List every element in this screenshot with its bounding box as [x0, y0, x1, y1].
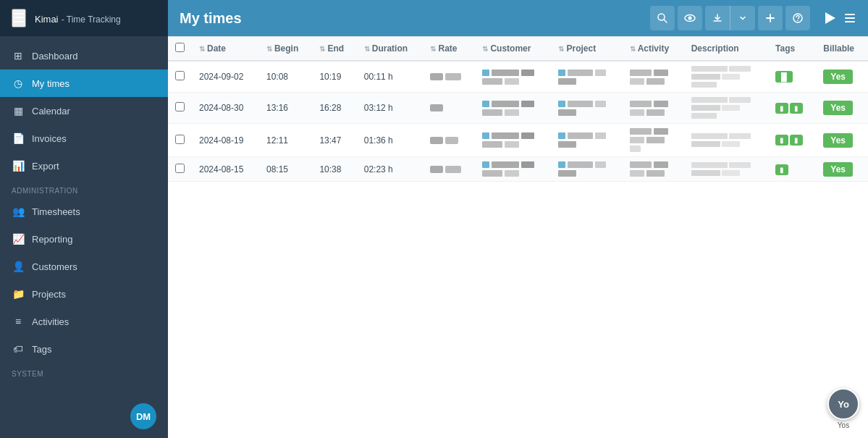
sidebar-item-timesheets[interactable]: 👥 Timesheets — [0, 198, 168, 225]
sort-icon-duration: ⇅ — [364, 45, 370, 53]
logo-subtitle: - Time Tracking — [62, 14, 121, 25]
activities-icon: ≡ — [12, 315, 25, 328]
billable-badge: Yes — [823, 101, 853, 115]
table-body: 2024-09-02 10:08 10:19 00:11 h — [168, 61, 868, 182]
sidebar-item-customers[interactable]: 👤 Customers — [0, 253, 168, 280]
cell-begin: 13:16 — [259, 93, 312, 124]
cell-billable: Yes — [816, 93, 868, 124]
corner-avatar[interactable]: Yo — [827, 388, 859, 420]
row-checkbox-cell[interactable] — [168, 61, 192, 93]
col-customer[interactable]: ⇅Customer — [475, 37, 551, 62]
sidebar-item-label-timesheets: Timesheets — [32, 206, 80, 217]
tag-badge: ▮ — [775, 103, 788, 114]
visibility-button[interactable] — [678, 6, 702, 30]
cell-tags: ▮ ▮ — [768, 93, 816, 124]
sidebar-item-calendar[interactable]: ▦ Calendar — [0, 97, 168, 125]
cell-rate — [423, 157, 475, 182]
row-checkbox[interactable] — [175, 164, 185, 173]
tag-badge: ▮ — [775, 164, 788, 175]
table-row: 2024-08-15 08:15 10:38 02:23 h — [168, 157, 868, 182]
add-button[interactable] — [758, 6, 783, 30]
download-dropdown-button[interactable] — [730, 6, 755, 30]
cell-project — [551, 124, 622, 157]
sidebar: ☰ Kimai - Time Tracking ⊞ Dashboard ◷ My… — [0, 0, 168, 438]
row-checkbox-cell[interactable] — [168, 93, 192, 124]
dashboard-icon: ⊞ — [12, 49, 25, 62]
reporting-icon: 📈 — [12, 232, 25, 245]
help-icon — [793, 13, 803, 23]
cell-rate — [423, 124, 475, 157]
sidebar-item-reporting[interactable]: 📈 Reporting — [0, 225, 168, 253]
cell-date: 2024-09-02 — [192, 61, 259, 93]
sidebar-nav: ⊞ Dashboard ◷ My times ▦ Calendar 📄 Invo… — [0, 36, 168, 395]
customers-icon: 👤 — [12, 260, 25, 273]
sidebar-item-activities[interactable]: ≡ Activities — [0, 308, 168, 335]
col-project[interactable]: ⇅Project — [551, 37, 622, 62]
row-checkbox[interactable] — [175, 71, 185, 80]
sidebar-header: ☰ Kimai - Time Tracking — [0, 0, 168, 36]
select-all-checkbox[interactable] — [175, 43, 185, 52]
svg-rect-8 — [845, 17, 855, 19]
search-button[interactable] — [650, 6, 675, 30]
row-checkbox[interactable] — [175, 102, 185, 111]
col-activity[interactable]: ⇅Activity — [623, 37, 684, 62]
select-all-header[interactable] — [168, 37, 192, 62]
sort-icon-activity: ⇅ — [630, 45, 636, 53]
sidebar-item-invoices[interactable]: 📄 Invoices — [0, 125, 168, 152]
row-checkbox[interactable] — [175, 135, 185, 144]
col-begin[interactable]: ⇅Begin — [259, 37, 312, 62]
list-button[interactable] — [843, 12, 856, 25]
cell-billable: Yes — [816, 157, 868, 182]
col-billable: Billable — [816, 37, 868, 62]
billable-badge: Yes — [823, 70, 853, 84]
sidebar-item-label-calendar: Calendar — [32, 106, 70, 117]
cell-billable: Yes — [816, 61, 868, 93]
table-row: 2024-08-30 13:16 16:28 03:12 h — [168, 93, 868, 124]
topbar: My times — [168, 0, 868, 36]
sidebar-item-dashboard[interactable]: ⊞ Dashboard — [0, 42, 168, 70]
svg-line-1 — [664, 20, 667, 22]
admin-section-label: Administration — [0, 180, 168, 198]
row-checkbox-cell[interactable] — [168, 124, 192, 157]
system-section-label: System — [0, 363, 168, 381]
cell-duration: 02:23 h — [357, 157, 424, 182]
sort-icon-begin: ⇅ — [266, 45, 272, 53]
sidebar-toggle-button[interactable]: ☰ — [12, 9, 26, 28]
col-end[interactable]: ⇅End — [312, 37, 356, 62]
plus-icon — [765, 13, 775, 23]
download-button[interactable] — [705, 6, 730, 30]
play-button[interactable] — [822, 10, 838, 26]
cell-begin: 12:11 — [259, 124, 312, 157]
user-avatar[interactable]: DM — [130, 403, 156, 429]
tags-icon: 🏷 — [12, 342, 25, 355]
download-icon — [712, 13, 722, 23]
timesheets-icon: 👥 — [12, 205, 25, 218]
sidebar-item-label-projects: Projects — [32, 289, 66, 300]
cell-project — [551, 157, 622, 182]
sidebar-item-export[interactable]: 📊 Export — [0, 152, 168, 180]
tag-badge: █ — [775, 71, 793, 83]
sidebar-item-label-invoices: Invoices — [32, 133, 67, 144]
svg-marker-6 — [825, 12, 835, 24]
cell-end: 16:28 — [312, 93, 356, 124]
help-button[interactable] — [785, 6, 810, 30]
sidebar-item-tags[interactable]: 🏷 Tags — [0, 335, 168, 363]
sort-icon-date: ⇅ — [199, 45, 205, 53]
cell-customer — [475, 93, 551, 124]
col-rate[interactable]: ⇅Rate — [423, 37, 475, 62]
cell-activity — [623, 93, 684, 124]
sidebar-item-projects[interactable]: 📁 Projects — [0, 280, 168, 308]
cell-tags: █ — [768, 61, 816, 93]
sort-icon-rate: ⇅ — [430, 45, 436, 53]
sidebar-item-label-dashboard: Dashboard — [32, 51, 78, 62]
sort-icon-customer: ⇅ — [482, 45, 488, 53]
col-tags: Tags — [768, 37, 816, 62]
row-checkbox-cell[interactable] — [168, 157, 192, 182]
col-duration[interactable]: ⇅Duration — [357, 37, 424, 62]
user-profile-corner[interactable]: Yo Yos — [827, 388, 859, 429]
billable-badge: Yes — [823, 162, 853, 177]
sidebar-item-my-times[interactable]: ◷ My times — [0, 70, 168, 97]
topbar-actions — [650, 6, 810, 30]
col-date[interactable]: ⇅Date — [192, 37, 259, 62]
cell-billable: Yes — [816, 124, 868, 157]
